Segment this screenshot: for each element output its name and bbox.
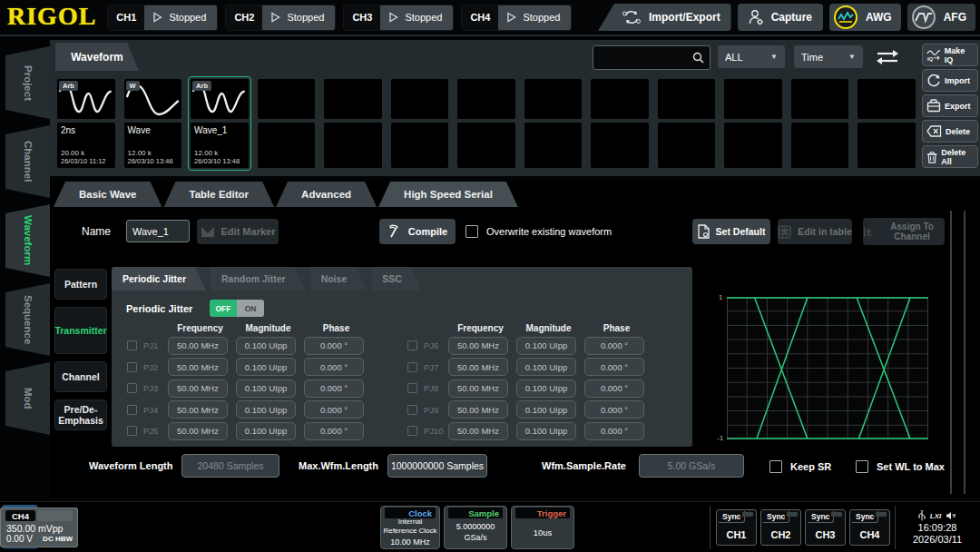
channel-run-control[interactable]: CH2 Stopped — [225, 5, 336, 31]
import-button[interactable]: Import — [922, 69, 978, 92]
hss-section-button[interactable]: Transmitter — [54, 307, 107, 354]
waveform-card[interactable]: Arb 2ns 20.00 k 26/03/10 11:12 — [54, 76, 118, 171]
switch-off[interactable]: OFF — [210, 300, 237, 317]
keep-sr-checkbox[interactable] — [769, 460, 782, 473]
pj-frequency-field[interactable]: 50.00 MHz — [448, 400, 508, 419]
editor-tab[interactable]: Table Editor — [164, 182, 275, 207]
channel-run-button[interactable]: Stopped — [498, 5, 571, 30]
pj-enable-checkbox[interactable] — [127, 362, 137, 372]
set-wl-max-checkbox[interactable] — [856, 460, 868, 473]
waveform-length-field[interactable]: 20480 Samples — [181, 454, 279, 478]
scrollbar-thumb[interactable] — [964, 211, 965, 494]
sync-output-tile[interactable]: Sync CH3 — [805, 509, 846, 546]
afg-mode-button[interactable]: AFG — [907, 4, 975, 31]
pj-frequency-field[interactable]: 50.00 MHz — [448, 380, 508, 398]
waveform-card[interactable]: Arb Wave_1 12.00 k 26/03/10 13:48 — [188, 76, 251, 171]
pj-enable-checkbox[interactable] — [407, 426, 417, 436]
set-wl-max-option[interactable]: Set WL to Max — [856, 460, 945, 473]
sidebar-tab[interactable]: Mod — [5, 362, 50, 435]
pj-phase-field[interactable]: 0.000 ° — [304, 337, 364, 355]
pj-enable-checkbox[interactable] — [407, 405, 417, 415]
sidebar-tab[interactable]: Sequence — [5, 283, 50, 356]
sidebar-tab[interactable]: Channel — [5, 125, 50, 198]
channel-run-control[interactable]: CH3 Stopped — [343, 5, 454, 31]
pj-phase-field[interactable]: 0.000 ° — [304, 400, 364, 419]
system-info[interactable]: LXI 16:09:28 2026/03/11 — [897, 504, 978, 551]
search-input[interactable] — [593, 53, 692, 64]
sync-output-tile[interactable]: Sync CH2 — [760, 509, 801, 546]
waveform-card[interactable] — [522, 76, 585, 171]
export-button[interactable]: Export — [922, 94, 978, 117]
pj-phase-field[interactable]: 0.000 ° — [584, 380, 644, 398]
wfm-sample-rate-field[interactable]: 5.00 GSa/s — [639, 454, 744, 478]
channel-run-control[interactable]: CH4 Stopped — [461, 5, 572, 31]
waveform-card[interactable] — [255, 76, 318, 171]
capture-button[interactable]: Capture — [738, 4, 823, 31]
waveform-card[interactable] — [588, 76, 652, 171]
sync-output-tile[interactable]: Sync CH4 — [849, 509, 890, 546]
pj-phase-field[interactable]: 0.000 ° — [584, 422, 644, 440]
filter-type-dropdown[interactable]: ALL ▼ — [718, 45, 785, 68]
pj-magnitude-field[interactable]: 0.100 UIpp — [236, 337, 296, 355]
pj-frequency-field[interactable]: 50.00 MHz — [168, 358, 228, 376]
switch-on[interactable]: ON — [237, 300, 264, 317]
pj-phase-field[interactable]: 0.000 ° — [584, 400, 644, 419]
pj-magnitude-field[interactable]: 0.100 UIpp — [516, 380, 576, 398]
channel-run-button[interactable]: Stopped — [262, 5, 335, 30]
name-input[interactable] — [126, 220, 190, 242]
pj-magnitude-field[interactable]: 0.100 UIpp — [516, 337, 576, 355]
jitter-tab[interactable]: Random Jitter — [211, 267, 306, 291]
pj-enable-checkbox[interactable] — [127, 340, 137, 350]
set-default-button[interactable]: Set Default — [692, 219, 770, 244]
waveform-search[interactable] — [593, 45, 710, 70]
pj-enable-checkbox[interactable] — [407, 340, 417, 350]
pj-phase-field[interactable]: 0.000 ° — [304, 380, 364, 398]
hss-section-button[interactable]: Channel — [54, 361, 107, 392]
edit-marker-button[interactable]: Edit Marker — [197, 219, 279, 244]
hss-section-button[interactable]: Pattern — [54, 269, 107, 300]
pj-magnitude-field[interactable]: 0.100 UIpp — [236, 422, 296, 440]
pj-frequency-field[interactable]: 50.00 MHz — [448, 358, 508, 376]
pj-frequency-field[interactable]: 50.00 MHz — [168, 422, 228, 440]
delete-all-button[interactable]: Delete All — [922, 145, 978, 168]
waveform-card[interactable] — [655, 76, 719, 171]
sidebar-tab[interactable]: Waveform — [5, 204, 50, 277]
pj-magnitude-field[interactable]: 0.100 UIpp — [516, 422, 576, 440]
waveform-card[interactable] — [321, 76, 385, 171]
edit-in-table-button[interactable]: Edit in table — [778, 219, 852, 244]
periodic-jitter-switch[interactable]: OFF ON — [210, 300, 264, 317]
pj-phase-field[interactable]: 0.000 ° — [304, 358, 364, 376]
pj-frequency-field[interactable]: 50.00 MHz — [448, 422, 508, 440]
waveform-browser-tab[interactable]: Waveform — [55, 43, 139, 71]
pj-enable-checkbox[interactable] — [127, 383, 137, 393]
pj-frequency-field[interactable]: 50.00 MHz — [448, 337, 508, 355]
import-export-button[interactable]: Import/Export — [598, 4, 731, 31]
sort-order-toggle[interactable] — [871, 45, 904, 69]
channel-status-tile[interactable]: CH4 350.00 mVpp 0.00 V DC HBW — [0, 508, 78, 547]
assign-to-channel-button[interactable]: Assign To Channel — [863, 218, 945, 245]
editor-tab[interactable]: High Speed Serial — [378, 182, 518, 207]
max-wfm-length-field[interactable]: 1000000000 Samples — [387, 454, 487, 478]
channel-run-button[interactable]: Stopped — [380, 5, 453, 30]
keep-sr-option[interactable]: Keep SR — [769, 460, 831, 473]
pj-magnitude-field[interactable]: 0.100 UIpp — [236, 380, 296, 398]
sort-dropdown[interactable]: Time ▼ — [794, 45, 863, 68]
pj-magnitude-field[interactable]: 0.100 UIpp — [236, 358, 296, 376]
scrollbar-track[interactable] — [950, 211, 952, 494]
trigger-tile[interactable]: Trigger 10us — [511, 506, 574, 549]
pj-magnitude-field[interactable]: 0.100 UIpp — [236, 400, 296, 419]
sample-tile[interactable]: Sample 5.0000000 GSa/s — [444, 506, 507, 549]
sync-output-tile[interactable]: Sync CH1 — [716, 509, 757, 546]
overwrite-checkbox[interactable] — [466, 225, 478, 238]
clock-tile[interactable]: Clock Internal Reference Clock 10.00 MHz — [380, 506, 440, 549]
compile-button[interactable]: Compile — [379, 219, 456, 244]
waveform-card[interactable]: W Wave 12.00 k 26/03/10 13:46 — [122, 76, 185, 171]
channel-run-control[interactable]: CH1 Stopped — [107, 5, 218, 31]
pj-frequency-field[interactable]: 50.00 MHz — [168, 400, 228, 419]
pj-phase-field[interactable]: 0.000 ° — [304, 422, 364, 440]
jitter-tab[interactable]: SSC — [371, 267, 422, 291]
delete-button[interactable]: Delete — [922, 120, 978, 143]
waveform-card[interactable] — [855, 76, 918, 171]
pj-frequency-field[interactable]: 50.00 MHz — [168, 380, 228, 398]
waveform-card[interactable] — [455, 76, 518, 171]
